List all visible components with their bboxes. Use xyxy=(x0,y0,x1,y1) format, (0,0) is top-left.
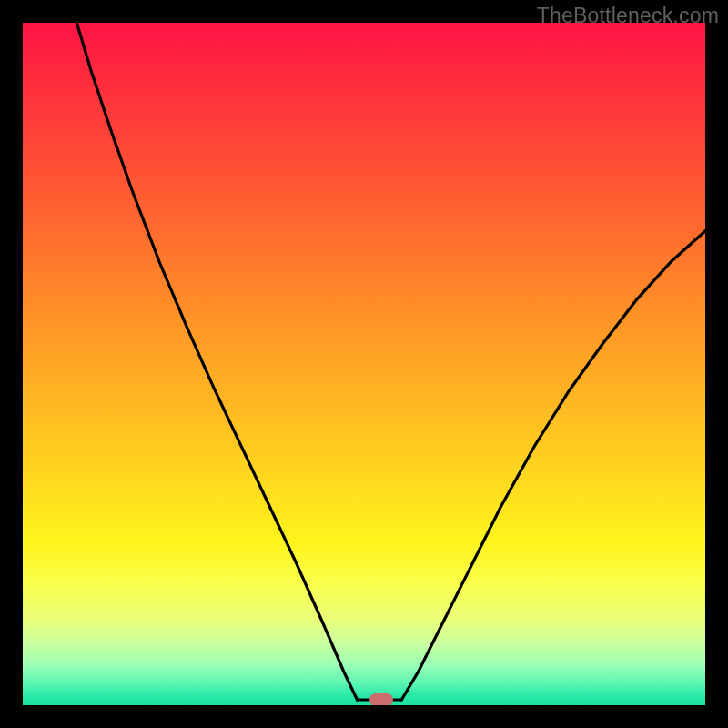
optimum-marker xyxy=(369,693,393,705)
chart-frame: TheBottleneck.com xyxy=(0,0,728,728)
watermark-text: TheBottleneck.com xyxy=(537,4,719,28)
plot-area xyxy=(23,23,705,705)
bottleneck-curve xyxy=(23,23,705,705)
